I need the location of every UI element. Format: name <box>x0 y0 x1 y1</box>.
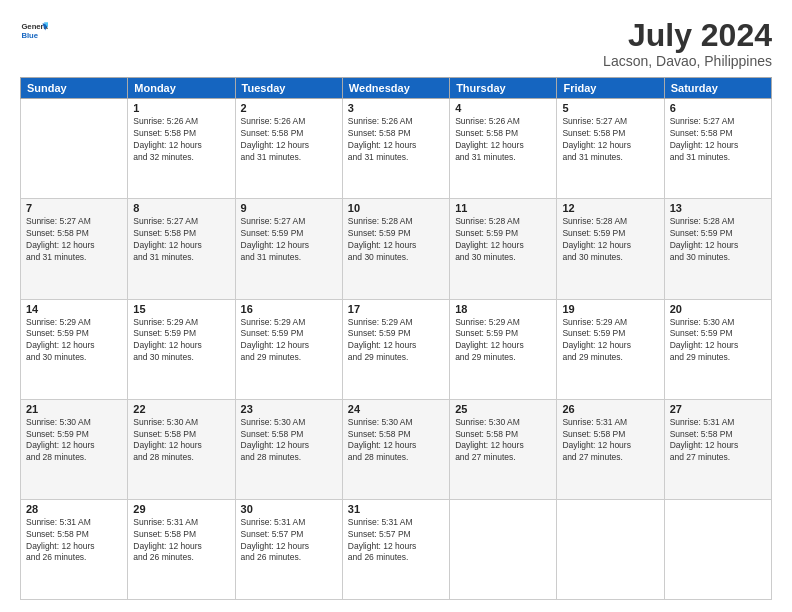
header: General Blue July 2024 Lacson, Davao, Ph… <box>20 18 772 69</box>
calendar-day-cell <box>557 499 664 599</box>
calendar-day-cell: 11Sunrise: 5:28 AM Sunset: 5:59 PM Dayli… <box>450 199 557 299</box>
day-number: 12 <box>562 202 658 214</box>
calendar-day-cell: 10Sunrise: 5:28 AM Sunset: 5:59 PM Dayli… <box>342 199 449 299</box>
weekday-header: SundayMondayTuesdayWednesdayThursdayFrid… <box>21 78 772 99</box>
day-number: 17 <box>348 303 444 315</box>
day-number: 31 <box>348 503 444 515</box>
calendar-day-cell: 4Sunrise: 5:26 AM Sunset: 5:58 PM Daylig… <box>450 99 557 199</box>
day-number: 7 <box>26 202 122 214</box>
day-info: Sunrise: 5:31 AM Sunset: 5:57 PM Dayligh… <box>348 517 444 565</box>
day-number: 21 <box>26 403 122 415</box>
calendar-day-cell: 3Sunrise: 5:26 AM Sunset: 5:58 PM Daylig… <box>342 99 449 199</box>
day-number: 20 <box>670 303 766 315</box>
calendar-day-cell: 28Sunrise: 5:31 AM Sunset: 5:58 PM Dayli… <box>21 499 128 599</box>
calendar-week-row: 14Sunrise: 5:29 AM Sunset: 5:59 PM Dayli… <box>21 299 772 399</box>
calendar-day-cell: 12Sunrise: 5:28 AM Sunset: 5:59 PM Dayli… <box>557 199 664 299</box>
day-number: 9 <box>241 202 337 214</box>
weekday-header-cell: Wednesday <box>342 78 449 99</box>
day-number: 4 <box>455 102 551 114</box>
page: General Blue July 2024 Lacson, Davao, Ph… <box>0 0 792 612</box>
calendar-day-cell: 13Sunrise: 5:28 AM Sunset: 5:59 PM Dayli… <box>664 199 771 299</box>
day-info: Sunrise: 5:27 AM Sunset: 5:58 PM Dayligh… <box>133 216 229 264</box>
day-info: Sunrise: 5:28 AM Sunset: 5:59 PM Dayligh… <box>562 216 658 264</box>
calendar-day-cell: 18Sunrise: 5:29 AM Sunset: 5:59 PM Dayli… <box>450 299 557 399</box>
calendar-week-row: 28Sunrise: 5:31 AM Sunset: 5:58 PM Dayli… <box>21 499 772 599</box>
day-info: Sunrise: 5:27 AM Sunset: 5:58 PM Dayligh… <box>562 116 658 164</box>
title-block: July 2024 Lacson, Davao, Philippines <box>603 18 772 69</box>
logo-icon: General Blue <box>20 18 48 46</box>
calendar-day-cell: 19Sunrise: 5:29 AM Sunset: 5:59 PM Dayli… <box>557 299 664 399</box>
calendar-day-cell: 15Sunrise: 5:29 AM Sunset: 5:59 PM Dayli… <box>128 299 235 399</box>
day-info: Sunrise: 5:29 AM Sunset: 5:59 PM Dayligh… <box>241 317 337 365</box>
calendar-day-cell: 25Sunrise: 5:30 AM Sunset: 5:58 PM Dayli… <box>450 399 557 499</box>
day-number: 18 <box>455 303 551 315</box>
calendar-day-cell: 2Sunrise: 5:26 AM Sunset: 5:58 PM Daylig… <box>235 99 342 199</box>
day-info: Sunrise: 5:29 AM Sunset: 5:59 PM Dayligh… <box>26 317 122 365</box>
day-info: Sunrise: 5:26 AM Sunset: 5:58 PM Dayligh… <box>133 116 229 164</box>
day-number: 28 <box>26 503 122 515</box>
day-number: 25 <box>455 403 551 415</box>
day-info: Sunrise: 5:31 AM Sunset: 5:58 PM Dayligh… <box>26 517 122 565</box>
calendar-day-cell: 21Sunrise: 5:30 AM Sunset: 5:59 PM Dayli… <box>21 399 128 499</box>
calendar-day-cell: 27Sunrise: 5:31 AM Sunset: 5:58 PM Dayli… <box>664 399 771 499</box>
day-info: Sunrise: 5:29 AM Sunset: 5:59 PM Dayligh… <box>562 317 658 365</box>
day-number: 10 <box>348 202 444 214</box>
weekday-header-cell: Friday <box>557 78 664 99</box>
day-number: 29 <box>133 503 229 515</box>
weekday-header-cell: Monday <box>128 78 235 99</box>
calendar-day-cell: 22Sunrise: 5:30 AM Sunset: 5:58 PM Dayli… <box>128 399 235 499</box>
main-title: July 2024 <box>603 18 772 53</box>
day-number: 19 <box>562 303 658 315</box>
day-info: Sunrise: 5:29 AM Sunset: 5:59 PM Dayligh… <box>348 317 444 365</box>
day-info: Sunrise: 5:30 AM Sunset: 5:58 PM Dayligh… <box>455 417 551 465</box>
day-number: 30 <box>241 503 337 515</box>
day-info: Sunrise: 5:31 AM Sunset: 5:58 PM Dayligh… <box>133 517 229 565</box>
calendar-day-cell: 1Sunrise: 5:26 AM Sunset: 5:58 PM Daylig… <box>128 99 235 199</box>
day-info: Sunrise: 5:28 AM Sunset: 5:59 PM Dayligh… <box>670 216 766 264</box>
day-number: 3 <box>348 102 444 114</box>
day-number: 1 <box>133 102 229 114</box>
calendar-day-cell <box>450 499 557 599</box>
day-number: 16 <box>241 303 337 315</box>
calendar-day-cell: 23Sunrise: 5:30 AM Sunset: 5:58 PM Dayli… <box>235 399 342 499</box>
calendar-week-row: 7Sunrise: 5:27 AM Sunset: 5:58 PM Daylig… <box>21 199 772 299</box>
day-info: Sunrise: 5:30 AM Sunset: 5:59 PM Dayligh… <box>26 417 122 465</box>
day-info: Sunrise: 5:26 AM Sunset: 5:58 PM Dayligh… <box>455 116 551 164</box>
calendar-day-cell <box>664 499 771 599</box>
day-number: 11 <box>455 202 551 214</box>
day-info: Sunrise: 5:30 AM Sunset: 5:59 PM Dayligh… <box>670 317 766 365</box>
day-number: 8 <box>133 202 229 214</box>
weekday-header-cell: Saturday <box>664 78 771 99</box>
calendar-day-cell: 9Sunrise: 5:27 AM Sunset: 5:59 PM Daylig… <box>235 199 342 299</box>
weekday-header-cell: Thursday <box>450 78 557 99</box>
calendar-table: SundayMondayTuesdayWednesdayThursdayFrid… <box>20 77 772 600</box>
subtitle: Lacson, Davao, Philippines <box>603 53 772 69</box>
svg-text:Blue: Blue <box>21 31 38 40</box>
day-number: 27 <box>670 403 766 415</box>
day-info: Sunrise: 5:29 AM Sunset: 5:59 PM Dayligh… <box>133 317 229 365</box>
calendar-day-cell: 16Sunrise: 5:29 AM Sunset: 5:59 PM Dayli… <box>235 299 342 399</box>
calendar-week-row: 21Sunrise: 5:30 AM Sunset: 5:59 PM Dayli… <box>21 399 772 499</box>
calendar-body: 1Sunrise: 5:26 AM Sunset: 5:58 PM Daylig… <box>21 99 772 600</box>
day-number: 5 <box>562 102 658 114</box>
day-info: Sunrise: 5:30 AM Sunset: 5:58 PM Dayligh… <box>348 417 444 465</box>
day-number: 13 <box>670 202 766 214</box>
day-number: 6 <box>670 102 766 114</box>
day-info: Sunrise: 5:31 AM Sunset: 5:57 PM Dayligh… <box>241 517 337 565</box>
day-number: 14 <box>26 303 122 315</box>
calendar-day-cell <box>21 99 128 199</box>
day-info: Sunrise: 5:26 AM Sunset: 5:58 PM Dayligh… <box>241 116 337 164</box>
day-info: Sunrise: 5:30 AM Sunset: 5:58 PM Dayligh… <box>241 417 337 465</box>
calendar-day-cell: 31Sunrise: 5:31 AM Sunset: 5:57 PM Dayli… <box>342 499 449 599</box>
day-info: Sunrise: 5:27 AM Sunset: 5:59 PM Dayligh… <box>241 216 337 264</box>
day-info: Sunrise: 5:31 AM Sunset: 5:58 PM Dayligh… <box>670 417 766 465</box>
day-number: 22 <box>133 403 229 415</box>
calendar-day-cell: 6Sunrise: 5:27 AM Sunset: 5:58 PM Daylig… <box>664 99 771 199</box>
day-info: Sunrise: 5:29 AM Sunset: 5:59 PM Dayligh… <box>455 317 551 365</box>
day-info: Sunrise: 5:28 AM Sunset: 5:59 PM Dayligh… <box>348 216 444 264</box>
day-number: 15 <box>133 303 229 315</box>
calendar-day-cell: 17Sunrise: 5:29 AM Sunset: 5:59 PM Dayli… <box>342 299 449 399</box>
day-number: 26 <box>562 403 658 415</box>
day-number: 24 <box>348 403 444 415</box>
day-info: Sunrise: 5:26 AM Sunset: 5:58 PM Dayligh… <box>348 116 444 164</box>
